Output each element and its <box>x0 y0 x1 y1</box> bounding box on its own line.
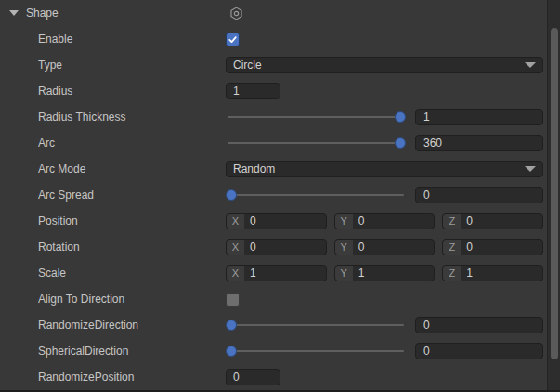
row-enable: Enable <box>0 26 560 52</box>
rotation-z-field[interactable]: Z 0 <box>442 239 543 255</box>
scale-z-field[interactable]: Z 1 <box>442 265 543 281</box>
axis-z-label: Z <box>443 266 461 281</box>
spherical-direction-control: 0 <box>226 343 543 359</box>
preset-hexagon-icon[interactable] <box>229 7 243 20</box>
randomize-position-field[interactable]: 0 <box>226 369 280 385</box>
row-radius-thickness: Radius Thickness 1 <box>0 104 560 130</box>
scale-z-value: 1 <box>461 267 473 280</box>
slider-thumb[interactable] <box>395 137 406 149</box>
slider-thumb[interactable] <box>226 189 237 201</box>
position-y-value: 0 <box>353 215 365 228</box>
arc-field[interactable]: 360 <box>415 135 543 151</box>
slider-track <box>228 142 404 144</box>
slider-track <box>228 116 404 118</box>
arc-control: 360 <box>226 135 543 151</box>
row-arc-mode: Arc Mode Random <box>0 156 560 182</box>
axis-y-label: Y <box>335 266 353 281</box>
spherical-direction-value: 0 <box>423 345 430 358</box>
position-label: Position <box>38 215 226 228</box>
position-x-field[interactable]: X 0 <box>226 213 327 229</box>
slider-track <box>228 194 404 196</box>
slider-thumb[interactable] <box>226 346 237 357</box>
scrollbar-thumb[interactable] <box>551 28 558 359</box>
radius-thickness-control: 1 <box>226 109 543 125</box>
row-rotation: Rotation X 0 Y 0 Z 0 <box>0 234 560 260</box>
arc-mode-control: Random <box>226 161 543 177</box>
randomize-direction-field[interactable]: 0 <box>415 317 543 333</box>
scale-y-field[interactable]: Y 1 <box>334 265 436 281</box>
type-label: Type <box>38 59 226 72</box>
row-randomize-position: RandomizePosition 0 <box>0 364 560 390</box>
spherical-direction-label: SphericalDirection <box>38 345 226 358</box>
rotation-x-field[interactable]: X 0 <box>226 239 327 255</box>
randomize-position-value: 0 <box>233 371 240 384</box>
rotation-control: X 0 Y 0 Z 0 <box>226 239 543 255</box>
slider-track <box>228 350 404 352</box>
arc-spread-field[interactable]: 0 <box>415 187 543 203</box>
axis-x-label: X <box>227 266 244 281</box>
type-dropdown-value: Circle <box>233 59 262 72</box>
radius-thickness-label: Radius Thickness <box>38 111 226 124</box>
type-dropdown[interactable]: Circle <box>226 57 543 73</box>
radius-field[interactable]: 1 <box>226 83 280 99</box>
position-x-value: 0 <box>244 215 256 228</box>
randomize-direction-label: RandomizeDirection <box>38 319 226 332</box>
slider-thumb[interactable] <box>226 320 237 331</box>
spherical-direction-field[interactable]: 0 <box>415 343 543 359</box>
rotation-y-value: 0 <box>353 241 365 254</box>
arc-spread-slider[interactable] <box>226 187 406 203</box>
slider-thumb[interactable] <box>395 111 406 123</box>
axis-x-label: X <box>227 214 244 229</box>
shape-module-header[interactable]: Shape <box>0 0 560 26</box>
radius-control: 1 <box>226 83 543 99</box>
row-align-to-direction: Align To Direction <box>0 286 560 312</box>
enable-control <box>226 33 543 46</box>
arc-mode-dropdown-value: Random <box>233 163 275 176</box>
chevron-down-icon <box>525 62 536 68</box>
radius-thickness-slider[interactable] <box>226 109 406 125</box>
row-arc-spread: Arc Spread 0 <box>0 182 560 208</box>
row-position: Position X 0 Y 0 Z 0 <box>0 208 560 234</box>
randomize-direction-slider[interactable] <box>226 317 406 333</box>
spherical-direction-slider[interactable] <box>226 343 406 359</box>
foldout-triangle-icon[interactable] <box>9 10 19 16</box>
scale-x-field[interactable]: X 1 <box>226 265 327 281</box>
rotation-y-field[interactable]: Y 0 <box>334 239 436 255</box>
check-icon <box>228 34 238 45</box>
slider-track <box>228 324 404 326</box>
randomize-position-control: 0 <box>226 369 543 385</box>
arc-spread-control: 0 <box>226 187 543 203</box>
radius-thickness-field[interactable]: 1 <box>415 109 543 125</box>
scale-y-value: 1 <box>353 267 365 280</box>
rotation-z-value: 0 <box>461 241 473 254</box>
axis-y-label: Y <box>335 240 353 255</box>
enable-checkbox[interactable] <box>226 33 240 46</box>
position-z-value: 0 <box>461 215 473 228</box>
randomize-direction-value: 0 <box>423 319 430 332</box>
arc-value: 360 <box>423 137 442 150</box>
align-to-direction-label: Align To Direction <box>38 293 226 306</box>
rotation-label: Rotation <box>38 241 226 254</box>
row-radius: Radius 1 <box>0 78 560 104</box>
type-control: Circle <box>226 57 543 73</box>
vertical-scrollbar[interactable] <box>547 0 560 390</box>
position-z-field[interactable]: Z 0 <box>442 213 543 229</box>
row-randomize-direction: RandomizeDirection 0 <box>0 312 560 338</box>
arc-label: Arc <box>38 137 226 150</box>
chevron-down-icon <box>525 166 536 172</box>
scale-label: Scale <box>38 267 226 280</box>
radius-label: Radius <box>38 85 226 98</box>
arc-slider[interactable] <box>226 135 406 151</box>
position-y-field[interactable]: Y 0 <box>334 213 436 229</box>
align-to-direction-checkbox[interactable] <box>226 293 240 307</box>
row-spherical-direction: SphericalDirection 0 <box>0 338 560 364</box>
randomize-direction-control: 0 <box>226 317 543 333</box>
axis-z-label: Z <box>443 240 461 255</box>
row-scale: Scale X 1 Y 1 Z 1 <box>0 260 560 286</box>
row-arc: Arc 360 <box>0 130 560 156</box>
axis-z-label: Z <box>443 214 461 229</box>
rotation-x-value: 0 <box>244 241 256 254</box>
module-title: Shape <box>26 7 59 20</box>
arc-mode-dropdown[interactable]: Random <box>226 161 543 177</box>
randomize-position-label: RandomizePosition <box>38 371 226 384</box>
